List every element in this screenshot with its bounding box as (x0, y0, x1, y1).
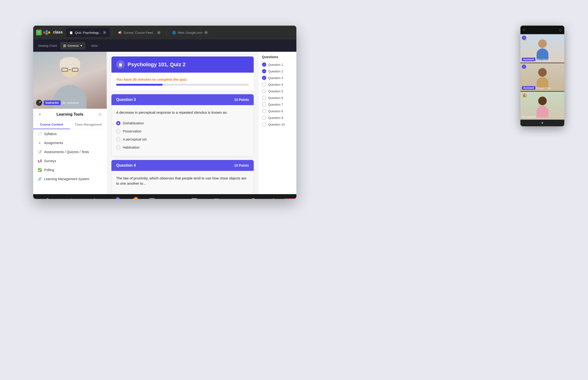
answer-option-1[interactable]: Preservation (116, 127, 249, 135)
maggie-name: Maggie Park (536, 87, 551, 90)
q-list-item-10[interactable]: Question 10 (262, 121, 293, 128)
assessments-icon: 📝 (37, 150, 42, 154)
q-check-10 (262, 122, 266, 127)
answer-option-3[interactable]: Habituation (116, 143, 249, 152)
lt-tab-course-content[interactable]: Course Content (33, 120, 70, 129)
answer-option-2[interactable]: A perceptual set (116, 135, 249, 143)
svg-rect-14 (192, 198, 194, 199)
instructor-name: Dr. Johnson (62, 101, 78, 105)
video-panel-close-button[interactable]: × (523, 28, 525, 32)
tim-emoji: 🎉 (522, 93, 527, 98)
progress-bar (116, 84, 249, 86)
tab-web[interactable]: 🌐 Web: Google.com × (169, 28, 211, 37)
svg-point-3 (46, 33, 48, 35)
q-check-6 (262, 96, 266, 100)
participants-button[interactable]: 👥 23 Participants (106, 196, 126, 199)
lt-menu-assignments[interactable]: ≡ Assignments (33, 138, 107, 147)
q-list-item-6[interactable]: Question 6 (262, 95, 293, 101)
share-screen-button[interactable]: ▲ Share Screen (142, 197, 165, 199)
video-panel-scroll-down[interactable]: ▼ (520, 120, 564, 126)
video-panel-header: × ⬡ (520, 26, 564, 34)
surveys-icon: 📢 (37, 159, 42, 163)
tab-web-icon: 🌐 (172, 31, 176, 34)
q-list-item-2[interactable]: ✓ Question 2 (262, 68, 293, 75)
reactions-button[interactable]: 😊 Reactions (244, 196, 262, 199)
tab-survey-close[interactable]: × (157, 31, 160, 34)
maggie-role-tag: Assistant (522, 86, 535, 90)
mute-button[interactable]: 🎤 Mute (39, 196, 53, 199)
lt-expand-button[interactable]: ⬡ (97, 112, 103, 117)
tim-body (536, 106, 548, 117)
video-tile-alex: 👍 3 Assistant Alex Dennis (520, 34, 564, 63)
q-list-item-3[interactable]: ✓ Question 3 (262, 75, 293, 81)
breakouts-button[interactable]: ▲ Breakouts (187, 197, 205, 199)
q-list-item-7[interactable]: Question 7 (262, 101, 293, 108)
tim-head (538, 96, 547, 105)
q-list-item-1[interactable]: ✓ Question 1 (262, 61, 293, 68)
lt-menu-polling[interactable]: ✅ Polling (33, 165, 107, 174)
quiz-timer-section: You have 30 minutes to complete the quiz (111, 73, 254, 90)
radio-habituation[interactable] (116, 145, 121, 150)
svg-rect-9 (94, 199, 95, 199)
lt-menu-lms[interactable]: 🔗 Learning Management System (33, 174, 107, 184)
alex-name: Alex Dennis (536, 58, 550, 61)
participants-badge: 23 (116, 197, 120, 199)
maggie-tile-badge: Assistant Maggie Park (522, 86, 551, 90)
proctor-view-button[interactable]: Proctor View (206, 197, 227, 199)
instructor-role-badge: Instructor (44, 100, 61, 105)
learning-tools-panel: × Learning Tools ⬡ Course Content Class … (33, 109, 107, 194)
video-tile-tim: 🎉 Tim Laurent (520, 91, 564, 120)
start-video-button[interactable]: Start Video (60, 197, 79, 199)
lt-close-button[interactable]: × (37, 112, 43, 117)
svg-point-0 (43, 31, 46, 34)
chat-button[interactable]: 💬 17 Chat (127, 196, 141, 199)
svg-point-2 (48, 31, 50, 34)
instructor-badge: 🎤 Instructor Dr. Johnson (36, 100, 78, 106)
tab-survey[interactable]: 📢 Survey: Course Feed... × (115, 28, 164, 37)
tab-quiz-icon: 📋 (69, 31, 73, 34)
collaborate-button[interactable]: 🤝 Collaborate (166, 196, 185, 199)
chat-badge: 17 (134, 197, 138, 199)
seating-dropdown[interactable]: ⊞ General ▼ (60, 42, 85, 49)
video-panel-expand-button[interactable]: ⬡ (559, 28, 562, 32)
chevron-down-icon: ▼ (541, 121, 544, 125)
alex-notification: 3 (522, 36, 526, 40)
q-list-item-8[interactable]: Question 8 (262, 108, 293, 114)
alex-head (538, 39, 547, 48)
radio-perceptual-set[interactable] (116, 137, 121, 141)
leave-button[interactable]: Leave (284, 198, 296, 199)
lt-tab-class-management[interactable]: Class Management (70, 120, 107, 129)
instructor-video: 🎤 Instructor Dr. Johnson (33, 52, 107, 109)
q-list-item-4[interactable]: Question 4 (262, 81, 293, 88)
tab-quiz[interactable]: 📋 Quiz: Psychology... × (66, 28, 109, 37)
video-tile-maggie: 2 Assistant Maggie Park (520, 63, 564, 91)
lt-menu-surveys[interactable]: 📢 Surveys (33, 156, 107, 165)
tab-web-close[interactable]: × (204, 31, 208, 34)
lt-panel-title: Learning Tools (56, 112, 83, 116)
q-list-item-5[interactable]: Question 5 (262, 88, 293, 95)
seating-label: Seating Chart: (38, 44, 58, 47)
more-button[interactable]: ··· More (228, 196, 242, 199)
raise-hand-button[interactable]: ✋ Raise Hand (263, 196, 284, 199)
lt-menu-assessments[interactable]: 📝 Assessments / Quizzes / Tests (33, 147, 107, 156)
questions-list-panel: Questions ✓ Question 1 ✓ Question 2 ✓ Qu… (259, 52, 296, 194)
svg-rect-15 (194, 198, 197, 199)
polling-icon: ✅ (37, 168, 42, 172)
q-list-item-9[interactable]: Question 9 (262, 114, 293, 121)
learning-tools-button[interactable]: Learning Tools (81, 196, 104, 199)
bottom-toolbar: 🎤 Mute ▲ Start Video (33, 194, 296, 199)
lt-menu-syllabus[interactable]: 📄 Syllabus (33, 129, 107, 138)
question-3-header: Question 3 10 Points (111, 94, 254, 105)
answer-option-0[interactable]: Dishabituation (116, 119, 249, 127)
maggie-head (538, 68, 547, 77)
quiz-title: Psychology 101, Quiz 2 (128, 61, 186, 68)
question-3-body: A decrease in perceptual response to a r… (111, 105, 254, 156)
tab-web-label: Web: Google.com (178, 31, 203, 34)
tab-quiz-close[interactable]: × (103, 31, 106, 34)
maggie-avatar (535, 65, 550, 89)
radio-preservation[interactable] (116, 129, 121, 133)
radio-dishabituation[interactable] (116, 121, 121, 125)
svg-rect-4 (67, 199, 70, 199)
alex-role-tag: Assistant (522, 58, 535, 61)
svg-rect-10 (150, 198, 154, 199)
